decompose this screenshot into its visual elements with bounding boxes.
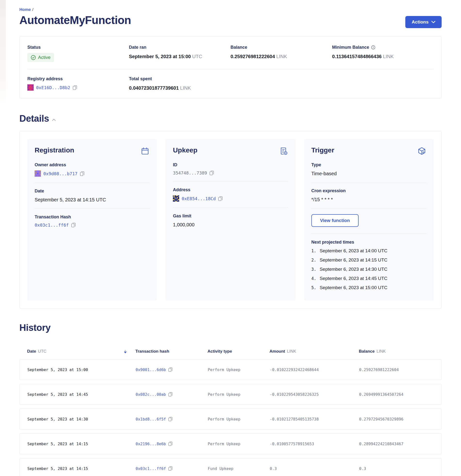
row-tx-link[interactable]: 0x1bd8...6f5f xyxy=(136,417,166,421)
divider xyxy=(27,69,434,69)
history-table-header: Date UTC Transaction hash Activity type … xyxy=(19,349,442,354)
upkeep-address-identicon xyxy=(173,195,179,202)
balance-field: Balance 0.259276981222604 LINK xyxy=(230,45,332,62)
column-balance-unit: LINK xyxy=(377,349,386,354)
projected-time-index: 1. xyxy=(311,248,316,254)
next-projected-times-field: Next projected times 1.September 6, 2023… xyxy=(311,240,426,290)
registration-date-field: Date September 5, 2023 at 14:15 UTC xyxy=(35,188,150,203)
total-spent-field: Total spent 0.04072301877739601 LINK xyxy=(129,76,231,91)
projected-time-value: September 6, 2023 at 15:00 UTC xyxy=(320,285,387,290)
total-spent-label: Total spent xyxy=(129,76,231,81)
owner-identicon xyxy=(35,170,41,177)
actions-button[interactable]: Actions xyxy=(405,16,442,28)
projected-time-value: September 6, 2023 at 14:30 UTC xyxy=(320,267,387,272)
actions-button-label: Actions xyxy=(412,19,428,25)
copy-icon[interactable] xyxy=(168,441,173,446)
column-date-unit: UTC xyxy=(38,349,47,354)
divider xyxy=(35,208,150,209)
cube-icon xyxy=(417,146,426,156)
upkeep-address-field: Address 0xE854...18Cd xyxy=(173,187,288,202)
copy-icon[interactable] xyxy=(168,367,173,372)
copy-icon[interactable] xyxy=(168,466,173,471)
row-activity-type: Perform Upkeep xyxy=(208,392,270,397)
column-date[interactable]: Date UTC xyxy=(27,349,135,354)
column-balance: Balance LINK xyxy=(359,349,434,354)
row-date: September 5, 2023 at 14:15 xyxy=(27,442,136,446)
upkeep-address-link[interactable]: 0xE854...18Cd xyxy=(181,196,216,201)
trigger-card: Trigger Type Time-based Cron expression … xyxy=(304,139,434,300)
upkeep-title: Upkeep xyxy=(173,146,197,154)
registration-tx-field: Transaction Hash 0x03c1...ff6f xyxy=(35,214,150,228)
details-card: Registration Owner address 0x9d08...b717 xyxy=(19,131,442,308)
column-transaction-hash: Transaction hash xyxy=(135,349,207,354)
row-amount: 0.3 xyxy=(270,466,359,471)
projected-time-index: 4. xyxy=(311,276,316,281)
sort-icon[interactable] xyxy=(124,350,127,353)
chevron-down-icon xyxy=(431,21,435,23)
copy-icon[interactable] xyxy=(71,222,76,228)
collapse-caret-icon[interactable] xyxy=(52,116,56,121)
upkeep-card: Upkeep ID 354748...7389 A xyxy=(166,139,295,300)
status-badge: Active xyxy=(27,53,54,62)
registration-tx-link[interactable]: 0x03c1...ff6f xyxy=(35,222,69,228)
row-tx-link[interactable]: 0x082c...00ab xyxy=(136,392,166,397)
info-icon[interactable] xyxy=(371,45,375,50)
registry-address-field: Registry address 0xE16D...D8b2 xyxy=(27,76,129,91)
row-date: September 5, 2023 at 14:30 xyxy=(27,417,136,421)
owner-address-field: Owner address 0x9d08...b717 xyxy=(35,162,150,177)
registration-tx-label: Transaction Hash xyxy=(35,214,150,220)
min-balance-label: Minimum Balance xyxy=(332,45,369,50)
breadcrumb-home-link[interactable]: Home xyxy=(19,7,31,12)
registry-address-link[interactable]: 0xE16D...D8b2 xyxy=(36,85,70,90)
row-balance: 0.28994224210843467 xyxy=(359,442,434,446)
upkeep-id-value: 354748...7389 xyxy=(173,170,207,176)
row-balance: 0.26949991364507264 xyxy=(359,392,434,397)
trigger-type-value: Time-based xyxy=(311,171,426,177)
column-amount: Amount LINK xyxy=(270,349,359,354)
min-balance-unit: LINK xyxy=(383,54,394,59)
min-balance-field: Minimum Balance 0.11364157484866436 LINK xyxy=(332,45,434,62)
copy-icon[interactable] xyxy=(168,416,173,421)
divider xyxy=(311,208,426,208)
total-spent-unit: LINK xyxy=(180,85,191,91)
copy-icon[interactable] xyxy=(73,85,77,90)
date-ran-label: Date ran xyxy=(129,45,231,50)
projected-time-item: 5.September 6, 2023 at 15:00 UTC xyxy=(311,285,426,290)
row-date: September 5, 2023 at 15:00 xyxy=(27,367,136,372)
projected-time-value: September 6, 2023 at 14:45 UTC xyxy=(320,276,387,281)
details-heading: Details xyxy=(19,113,49,124)
total-spent-value: 0.04072301877739601 xyxy=(129,85,179,91)
copy-icon[interactable] xyxy=(80,171,84,176)
row-tx-link[interactable]: 0x9001...6d6b xyxy=(136,367,166,372)
registration-card: Registration Owner address 0x9d08...b717 xyxy=(27,139,157,300)
row-amount: -0.0100577578915653 xyxy=(270,442,359,446)
divider xyxy=(173,181,288,181)
copy-icon[interactable] xyxy=(218,196,223,201)
copy-icon[interactable] xyxy=(209,170,214,176)
view-function-button[interactable]: View function xyxy=(311,214,359,227)
breadcrumb: Home/ xyxy=(19,7,442,12)
status-label: Status xyxy=(27,45,129,50)
upkeep-id-label: ID xyxy=(173,162,288,168)
column-amount-unit: LINK xyxy=(287,349,296,354)
registration-date-value: September 5, 2023 at 14:15 UTC xyxy=(35,197,150,203)
projected-time-index: 3. xyxy=(311,267,316,272)
row-amount: -0.010212785405135738 xyxy=(270,417,359,421)
table-row: September 5, 2023 at 14:15 0x2196...8e6b… xyxy=(19,433,442,454)
projected-time-index: 2. xyxy=(311,257,316,263)
divider xyxy=(311,234,426,234)
registration-title: Registration xyxy=(35,146,74,154)
date-ran-value: September 5, 2023 at 15:00 xyxy=(129,54,191,59)
status-badge-label: Active xyxy=(38,55,51,60)
history-table-body: September 5, 2023 at 15:00 0x9001...6d6b… xyxy=(19,359,442,476)
row-balance: 0.3 xyxy=(359,466,434,471)
row-tx-link[interactable]: 0x03c1...ff6f xyxy=(136,466,166,471)
projected-time-value: September 6, 2023 at 14:15 UTC xyxy=(320,257,387,263)
table-row: September 5, 2023 at 14:30 0x1bd8...6f5f… xyxy=(19,409,442,429)
row-tx-link[interactable]: 0x2196...8e6b xyxy=(136,442,166,446)
owner-address-link[interactable]: 0x9d08...b717 xyxy=(43,171,77,176)
projected-time-value: September 6, 2023 at 14:00 UTC xyxy=(320,248,387,254)
registry-address-label: Registry address xyxy=(27,76,129,81)
column-tx-label: Transaction hash xyxy=(135,349,169,354)
copy-icon[interactable] xyxy=(168,392,173,397)
